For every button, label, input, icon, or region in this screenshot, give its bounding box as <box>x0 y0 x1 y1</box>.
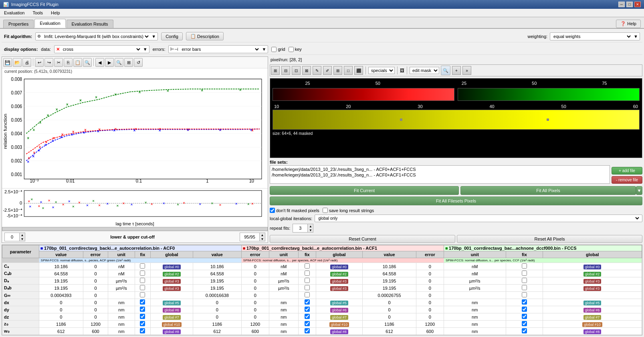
image-btn-more[interactable]: » <box>462 66 471 75</box>
maximize-button[interactable]: □ <box>626 2 633 7</box>
image-btn-6[interactable]: ✐ <box>323 66 332 75</box>
tab-evaluation[interactable]: Evaluation <box>34 19 65 28</box>
undo-button[interactable]: ↩ <box>35 58 44 67</box>
reset-all-pixels-button[interactable]: Reset All Pixels <box>457 235 642 243</box>
print-plot-button[interactable]: 🖨 <box>22 58 31 67</box>
lower-cutoff-down[interactable]: ▼ <box>19 237 25 241</box>
fit-algorithm-dropdown-icon: ▼ <box>151 34 156 39</box>
param-label: dy <box>2 306 39 313</box>
next-button[interactable]: ▶ <box>105 58 114 67</box>
fit-current-button[interactable]: Fit Current <box>270 186 459 195</box>
reset-current-button[interactable]: Reset Current <box>270 235 455 243</box>
image-btn-9[interactable]: ⬛ <box>354 66 363 75</box>
grid-checkbox-label[interactable]: grid <box>271 47 285 52</box>
grid-checkbox[interactable] <box>271 47 277 52</box>
menu-help[interactable]: Help <box>49 10 62 16</box>
param-label: Dₐb <box>2 285 39 292</box>
svg-text:2.5×10⁻⁴: 2.5×10⁻⁴ <box>4 189 22 194</box>
close-button[interactable]: ✕ <box>634 2 641 7</box>
repeat-fits-label: repeat fits: <box>270 226 290 231</box>
edit-mask-select[interactable]: edit mask <box>410 67 439 74</box>
svg-text:0.1: 0.1 <box>136 178 142 184</box>
zoom-in-button[interactable]: 🔍 <box>83 58 92 67</box>
param-label: Cₐb <box>2 270 39 277</box>
image-btn-plus[interactable]: + <box>452 66 461 75</box>
file-sets-list[interactable]: /home/kriegerj/data/2013_10_23/./results… <box>270 165 610 184</box>
dont-fit-masked-label[interactable]: don't fit masked pixels <box>270 208 319 213</box>
image-btn-3[interactable]: ⊡ <box>292 66 301 75</box>
param-label: Cₐ <box>2 263 39 270</box>
image-btn-8[interactable]: □ <box>344 66 353 75</box>
dont-fit-masked-checkbox[interactable] <box>270 208 275 213</box>
menu-tools[interactable]: Tools <box>31 10 44 16</box>
image-btn-7[interactable]: ⊞ <box>333 66 342 75</box>
file-item[interactable]: /home/kriegerj/data/2013_10_23/./results… <box>271 166 609 172</box>
svg-text:0.004: 0.004 <box>11 131 22 136</box>
weighting-select[interactable]: equal weights <box>552 34 632 39</box>
lower-cutoff-spinbox[interactable]: ▲ ▼ <box>4 233 25 241</box>
svg-text:0.005: 0.005 <box>11 117 22 122</box>
image-btn-4[interactable]: ⊠ <box>302 66 311 75</box>
add-file-button[interactable]: + add file <box>612 167 642 175</box>
image-btn-5[interactable]: ✎ <box>313 66 321 75</box>
main-chart: relation function 0.008 0.007 0.00 <box>2 74 268 188</box>
errors-dropdown-icon: ▼ <box>262 47 266 52</box>
errors-label: errors: <box>153 47 166 52</box>
file-sets-label: file sets: <box>270 160 288 164</box>
search-button[interactable]: 🔍 <box>441 66 450 75</box>
save-long-strings-checkbox[interactable] <box>323 208 328 213</box>
description-button[interactable]: 📋 Description <box>186 32 224 40</box>
upper-cutoff-up[interactable]: ▲ <box>259 233 265 237</box>
fit-algorithm-label: Fit algorithm: <box>4 34 32 39</box>
svg-text:1: 1 <box>206 178 208 184</box>
remove-file-button[interactable]: - remove file <box>612 176 642 184</box>
paste-button[interactable]: 📋 <box>73 58 82 67</box>
upper-cutoff-spinbox[interactable]: ▲ ▼ <box>240 233 265 241</box>
cut-button[interactable]: ✂ <box>54 58 63 67</box>
redo-button[interactable]: ↪ <box>44 58 53 67</box>
repeat-fits-up[interactable]: ▲ <box>307 224 313 228</box>
tab-evaluation-results[interactable]: Evaluation Results <box>67 20 113 28</box>
key-checkbox[interactable] <box>289 47 294 52</box>
fit-all-pixels-button[interactable]: Fit All Pixels <box>460 186 636 195</box>
svg-text:10⁻³: 10⁻³ <box>30 178 39 184</box>
help-button[interactable]: ❓ Help <box>616 20 641 28</box>
menu-evaluation[interactable]: Evaluation <box>2 10 26 16</box>
minimize-button[interactable]: ─ <box>618 2 625 7</box>
file-item[interactable]: /home/kriegerj/data/2013_10_23/./results… <box>271 172 609 178</box>
upper-cutoff-down[interactable]: ▼ <box>259 237 265 241</box>
refresh-button[interactable]: ↺ <box>134 58 143 67</box>
svg-text:-5×10⁻⁴: -5×10⁻⁴ <box>7 213 23 218</box>
local-global-select[interactable]: global only <box>317 216 640 221</box>
save-long-strings-label[interactable]: save long result strings <box>323 208 374 213</box>
svg-text:0.008: 0.008 <box>11 76 22 82</box>
lower-cutoff-up[interactable]: ▲ <box>19 233 25 237</box>
specials-select[interactable]: specials <box>368 67 395 74</box>
horizontal-scrollbar[interactable] <box>2 227 268 231</box>
image-btn-2[interactable]: ⊟ <box>281 66 290 75</box>
repeat-fits-input[interactable] <box>293 225 307 231</box>
fit-plot-button[interactable]: ⊞ <box>124 58 133 67</box>
upper-cutoff-input[interactable] <box>240 234 259 240</box>
config-button[interactable]: Config <box>161 32 183 40</box>
prev-button[interactable]: ◀ <box>95 58 104 67</box>
description-icon: 📋 <box>190 34 196 39</box>
tab-properties[interactable]: Properties <box>3 20 34 28</box>
data-select[interactable]: cross <box>61 46 141 52</box>
fit-algorithm-select[interactable]: lmfit: Levenberg-Marquard fit (with box … <box>42 34 150 39</box>
svg-text:10: 10 <box>249 178 254 184</box>
position-info: current position: (5.412s, 0.00793231) <box>2 68 268 74</box>
errors-select[interactable]: error bars <box>180 46 260 52</box>
copy-plot-button[interactable]: ⎘ <box>64 58 73 67</box>
fit-all-filesets-button[interactable]: Fit All Filesets Pixels <box>270 197 642 205</box>
lower-cutoff-input[interactable] <box>5 234 19 240</box>
repeat-fits-down[interactable]: ▼ <box>307 228 313 232</box>
fit-all-pixels-dropdown[interactable]: ▼ <box>636 186 642 195</box>
file-header-2: ■ 170bp_001_corrdirectavg_bac...achnone_… <box>444 245 642 251</box>
repeat-fits-spinbox[interactable]: ▲ ▼ <box>293 224 313 233</box>
key-checkbox-label[interactable]: key <box>289 47 302 52</box>
zoom-out-button[interactable]: 🔍 <box>115 58 123 67</box>
open-plot-button[interactable]: 📂 <box>13 58 22 67</box>
image-btn-1[interactable]: ⊞ <box>271 66 280 75</box>
save-plot-button[interactable]: 💾 <box>3 58 12 67</box>
